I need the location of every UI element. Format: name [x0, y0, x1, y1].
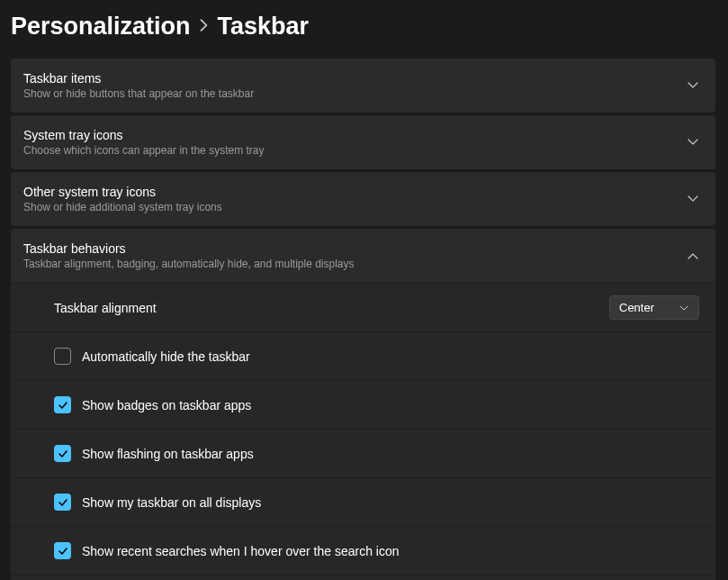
checkmark-icon — [58, 546, 68, 557]
panel-title: Taskbar items — [23, 71, 687, 86]
panel-taskbar-items[interactable]: Taskbar items Show or hide buttons that … — [11, 59, 715, 113]
setting-show-badges[interactable]: Show badges on taskbar apps — [11, 380, 715, 429]
setting-label: Taskbar alignment — [54, 301, 598, 315]
setting-alignment: Taskbar alignment Center — [11, 283, 715, 331]
checkbox-show-badges[interactable] — [54, 396, 71, 413]
panel-title: Taskbar behaviors — [23, 241, 687, 256]
checkbox-label: Automatically hide the taskbar — [82, 349, 250, 364]
setting-recent-searches[interactable]: Show recent searches when I hover over t… — [11, 526, 715, 575]
checkbox-recent-searches[interactable] — [54, 542, 71, 559]
breadcrumb-current: Taskbar — [218, 13, 310, 41]
checkmark-icon — [58, 449, 68, 459]
dropdown-alignment[interactable]: Center — [609, 295, 699, 320]
panel-subtitle: Show or hide additional system tray icon… — [23, 201, 687, 213]
panel-title: Other system tray icons — [23, 185, 687, 199]
checkbox-label: Show recent searches when I hover over t… — [82, 544, 400, 558]
setting-show-flashing[interactable]: Show flashing on taskbar apps — [11, 429, 715, 477]
chevron-down-icon — [679, 303, 688, 313]
checkbox-auto-hide[interactable] — [54, 348, 71, 365]
setting-auto-hide[interactable]: Automatically hide the taskbar — [11, 331, 715, 380]
checkbox-label: Show flashing on taskbar apps — [82, 447, 254, 461]
checkbox-show-flashing[interactable] — [54, 445, 71, 462]
chevron-up-icon — [687, 249, 699, 262]
checkbox-label: Show badges on taskbar apps — [82, 398, 251, 412]
dropdown-value: Center — [619, 301, 654, 314]
panel-title: System tray icons — [23, 128, 687, 142]
panel-subtitle: Choose which icons can appear in the sys… — [23, 144, 687, 157]
checkbox-label: Show my taskbar on all displays — [82, 495, 261, 510]
panel-system-tray[interactable]: System tray icons Choose which icons can… — [11, 115, 715, 169]
panel-header-behaviors[interactable]: Taskbar behaviors Taskbar alignment, bad… — [11, 229, 715, 283]
chevron-down-icon — [687, 79, 699, 92]
panel-subtitle: Taskbar alignment, badging, automaticall… — [23, 258, 687, 270]
chevron-down-icon — [687, 193, 699, 205]
panel-taskbar-behaviors: Taskbar behaviors Taskbar alignment, bad… — [11, 229, 715, 580]
panel-other-system-tray[interactable]: Other system tray icons Show or hide add… — [11, 172, 715, 226]
panel-subtitle: Show or hide buttons that appear on the … — [23, 87, 687, 100]
breadcrumb-parent[interactable]: Personalization — [11, 13, 191, 41]
checkmark-icon — [58, 400, 68, 411]
setting-multiple-displays: When using multiple displays, show my ta… — [11, 575, 715, 580]
chevron-right-icon — [200, 19, 209, 35]
checkbox-all-displays[interactable] — [54, 494, 71, 511]
setting-show-all-displays[interactable]: Show my taskbar on all displays — [11, 477, 715, 526]
chevron-down-icon — [687, 136, 699, 149]
checkmark-icon — [58, 497, 68, 508]
breadcrumb: Personalization Taskbar — [11, 13, 715, 41]
